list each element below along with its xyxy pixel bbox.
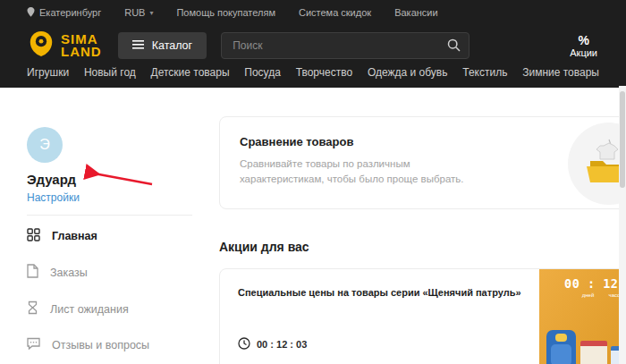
scrollbar-track[interactable] (619, 86, 626, 364)
currency-label: RUB (124, 7, 145, 18)
search-icon[interactable] (447, 38, 461, 55)
city-label: Екатеринбург (39, 7, 101, 18)
document-icon (27, 264, 38, 281)
clock-icon (238, 337, 250, 351)
hourglass-icon (27, 301, 38, 317)
sidebar-item-label: Заказы (50, 267, 88, 279)
currency-selector[interactable]: RUB ▾ (124, 7, 153, 18)
logo-text: SIMA LAND (61, 33, 102, 58)
sidebar-item-orders[interactable]: Заказы (27, 254, 192, 291)
topbar-link-vacancies[interactable]: Вакансии (394, 7, 438, 18)
topbar: Екатеринбург RUB ▾ Помощь покупателям Си… (0, 0, 626, 25)
nav-item-creativity[interactable]: Творчество (296, 66, 352, 79)
nav-item-dishes[interactable]: Посуда (244, 66, 281, 79)
comparison-description: Сравнивайте товары по различным характер… (240, 157, 486, 188)
promos-heading: Акции для вас (219, 240, 626, 254)
account-content: Сравнение товаров Сравнивайте товары по … (192, 88, 626, 364)
nav-item-new-year[interactable]: Новый год (84, 66, 136, 79)
sidebar-item-home[interactable]: Главная (27, 218, 192, 254)
site-header: Екатеринбург RUB ▾ Помощь покупателям Си… (0, 0, 626, 88)
owl-logo-icon (27, 30, 55, 62)
banner-timer: 00 : 12 : 03 (564, 276, 626, 291)
username: Эдуард (27, 172, 192, 187)
toy-box-graphic (580, 341, 607, 364)
promotions-label: Акции (570, 47, 597, 58)
chevron-down-icon: ▾ (149, 9, 153, 17)
catalog-button-label: Каталог (152, 39, 192, 52)
promo-countdown: 00 : 12 : 03 (238, 337, 307, 351)
percent-icon: % (578, 34, 588, 47)
scrollbar-thumb[interactable] (620, 91, 625, 188)
sidebar-item-label: Лист ожидания (50, 303, 129, 316)
promotions-link[interactable]: % Акции (570, 34, 597, 58)
logo[interactable]: SIMA LAND (27, 30, 102, 62)
avatar: Э (27, 127, 63, 163)
sidebar-item-label: Отзывы и вопросы (52, 339, 149, 351)
sidebar-item-label: Главная (52, 230, 97, 242)
location-pin-icon (27, 7, 35, 19)
topbar-link-discounts[interactable]: Система скидок (299, 7, 371, 18)
header-main-row: SIMA LAND Каталог % Акции (0, 25, 626, 66)
nav-item-toys[interactable]: Игрушки (27, 66, 69, 79)
comparison-title: Сравнение товаров (240, 135, 626, 148)
nav-item-winter[interactable]: Зимние товары (522, 66, 599, 79)
city-selector[interactable]: Екатеринбург (27, 7, 101, 19)
sidebar-menu: Главная Заказы Лист ожидания (27, 218, 192, 364)
catalog-button[interactable]: Каталог (118, 32, 207, 59)
nav-item-kids[interactable]: Детские товары (151, 66, 230, 79)
sidebar-item-waiting-list[interactable]: Лист ожидания (27, 291, 192, 327)
nav-item-textile[interactable]: Текстиль (462, 66, 507, 79)
hamburger-icon (132, 39, 144, 52)
nav-item-clothes[interactable]: Одежда и обувь (368, 66, 448, 79)
grid-icon (27, 228, 40, 244)
banner-label-days: дней (575, 292, 602, 298)
category-nav: Игрушки Новый год Детские товары Посуда … (0, 66, 626, 88)
main-area: Э Эдуард Настройки Главная Заказы (0, 88, 626, 364)
chat-bubble-icon (27, 337, 40, 352)
account-sidebar: Э Эдуард Настройки Главная Заказы (0, 88, 192, 364)
account-page: Екатеринбург RUB ▾ Помощь покупателям Си… (0, 0, 626, 364)
promo-card[interactable]: Специальные цены на товары серии «Щенячи… (219, 268, 626, 364)
sidebar-item-reviews[interactable]: Отзывы и вопросы (27, 327, 192, 362)
sidebar-divider (27, 215, 192, 216)
promo-title: Специальные цены на товары серии «Щенячи… (238, 287, 521, 298)
backpack-graphic (546, 330, 576, 364)
promo-countdown-value: 00 : 12 : 03 (257, 339, 307, 350)
settings-link[interactable]: Настройки (27, 191, 192, 204)
search-input[interactable] (221, 32, 470, 59)
comparison-card: Сравнение товаров Сравнивайте товары по … (219, 116, 626, 209)
search-bar (221, 32, 470, 59)
promo-card-body: Специальные цены на товары серии «Щенячи… (220, 269, 539, 364)
promo-banner-image: 00 : 12 : 03 дней часов минуты (539, 269, 626, 364)
topbar-link-help[interactable]: Помощь покупателям (176, 7, 275, 18)
